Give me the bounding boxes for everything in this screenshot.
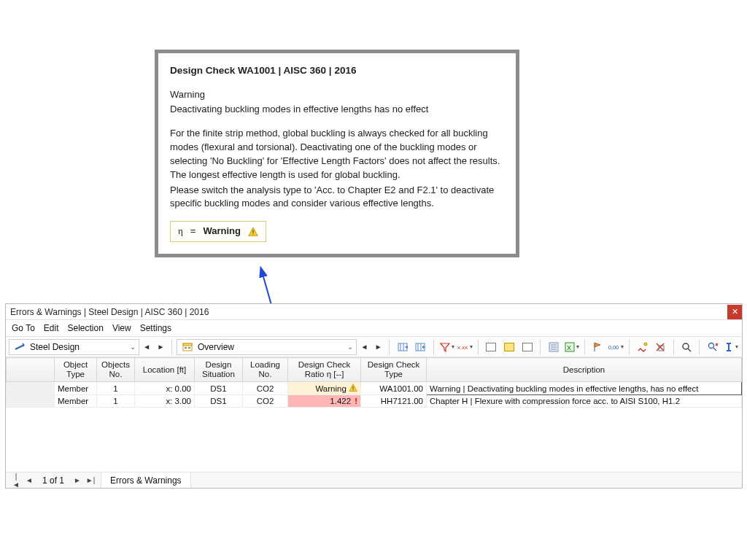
menu-view[interactable]: View (112, 323, 131, 333)
table-row[interactable]: Member1x: 3.00DS1CO21.422 !HH7121.00Chap… (7, 395, 742, 408)
svg-point-17 (683, 343, 689, 349)
nav-prev-2[interactable]: ◄ (358, 339, 371, 355)
svg-point-15 (644, 343, 647, 346)
cell-object-type[interactable]: Member (55, 382, 97, 395)
cell-objects-no[interactable]: 1 (97, 395, 135, 408)
category-dropdown-label: Steel Design (30, 342, 80, 352)
table-header: ObjectType ObjectsNo. Location [ft] Desi… (7, 358, 742, 382)
separator (629, 340, 630, 354)
row-header[interactable] (7, 395, 55, 408)
footer-tab[interactable]: Errors & Warnings (101, 472, 191, 488)
find-replace-icon[interactable] (704, 339, 721, 355)
filter-in-icon[interactable] (394, 339, 411, 355)
nav-next-2[interactable]: ► (372, 339, 384, 355)
cell-check-type[interactable]: HH7121.00 (361, 395, 427, 408)
category-dropdown[interactable]: Steel Design ⌄ (9, 339, 139, 355)
footer-tab-label: Errors & Warnings (110, 475, 182, 486)
svg-point-18 (708, 343, 713, 348)
view-dropdown-label: Overview (198, 342, 234, 352)
separator (584, 340, 585, 354)
nav-last-button[interactable]: ►| (85, 475, 96, 486)
cell-loading-no[interactable]: CO2 (243, 382, 288, 395)
separator (540, 340, 541, 354)
nav-next-button[interactable]: ► (71, 475, 83, 486)
cell-design-situation[interactable]: DS1 (195, 382, 243, 395)
results-grid: ObjectType ObjectsNo. Location [ft] Desi… (6, 357, 742, 472)
svg-rect-1 (252, 230, 253, 233)
svg-rect-5 (183, 343, 192, 346)
col-objects-no[interactable]: ObjectsNo. (97, 358, 135, 382)
decimals-icon[interactable]: 0,00 ▾ (608, 339, 624, 355)
menu-selection[interactable]: Selection (68, 323, 104, 333)
close-button[interactable]: ✕ (727, 305, 742, 319)
separator (673, 340, 674, 354)
decimal-icon[interactable]: x.xx ▾ (457, 339, 473, 355)
filter-out-icon[interactable] (412, 339, 429, 355)
panel-footer: |◄ ◄ 1 of 1 ► ►| Errors & Warnings (6, 472, 742, 488)
chevron-down-icon: ▾ (470, 343, 473, 350)
row-header[interactable] (7, 382, 55, 395)
separator (478, 340, 479, 354)
tooltip-warning-label: Warning (203, 225, 241, 238)
filter-funnel-icon[interactable]: ▾ (438, 339, 455, 355)
cell-description[interactable]: Chapter H | Flexure with compression for… (427, 395, 742, 408)
col-check-type[interactable]: Design CheckType (361, 358, 427, 382)
search-icon[interactable] (678, 339, 694, 355)
cell-design-situation[interactable]: DS1 (195, 395, 243, 408)
error-icon: ! (355, 397, 357, 405)
beam-icon (14, 341, 26, 353)
tooltip-body2: Please switch the analysis type to 'Acc.… (170, 184, 504, 211)
chevron-down-icon: ▾ (621, 343, 624, 350)
svg-rect-23 (352, 386, 353, 389)
cell-objects-no[interactable]: 1 (97, 382, 135, 395)
cell-ratio[interactable]: Warning (288, 382, 361, 395)
col-design-situation[interactable]: DesignSituation (195, 358, 243, 382)
menu-settings[interactable]: Settings (140, 323, 171, 333)
cell-check-type[interactable]: WA1001.00 (361, 382, 427, 395)
list-icon[interactable] (545, 339, 562, 355)
svg-rect-2 (252, 233, 253, 234)
section-icon[interactable]: ▾ (722, 339, 739, 355)
cell-location[interactable]: x: 0.00 (135, 382, 195, 395)
nav-prev-1[interactable]: ◄ (141, 339, 153, 355)
excel-export-icon[interactable]: X ▾ (563, 339, 580, 355)
tooltip-line2: Deactivating buckling modes in effective… (170, 103, 504, 117)
menu-goto[interactable]: Go To (12, 323, 35, 333)
chevron-down-icon: ⌄ (130, 343, 136, 351)
view-dropdown[interactable]: Overview ⌄ (177, 339, 357, 355)
chevron-down-icon: ⌄ (347, 343, 353, 351)
col-object-type[interactable]: ObjectType (55, 358, 97, 382)
cell-ratio[interactable]: 1.422 ! (288, 395, 361, 408)
svg-text:0,00: 0,00 (608, 344, 619, 351)
separator (433, 340, 434, 354)
window-1-icon[interactable] (483, 339, 500, 355)
cell-description[interactable]: Warning | Deactivating buckling modes in… (427, 382, 742, 395)
errors-warnings-panel: Errors & Warnings | Steel Design | AISC … (5, 303, 743, 489)
nav-next-1[interactable]: ► (155, 339, 167, 355)
page-nav: |◄ ◄ 1 of 1 ► ►| (6, 472, 101, 488)
cell-object-type[interactable]: Member (55, 395, 97, 408)
separator (171, 340, 172, 354)
window-3-icon[interactable] (519, 339, 535, 355)
chevron-down-icon: ▾ (452, 343, 454, 350)
col-loading-no[interactable]: LoadingNo. (243, 358, 288, 382)
eta-symbol: η (178, 225, 183, 238)
svg-text:x.xx: x.xx (457, 344, 468, 351)
table-row[interactable]: Member1x: 0.00DS1CO2Warning WA1001.00War… (7, 382, 742, 395)
chevron-down-icon: ▾ (735, 343, 738, 350)
window-2-icon[interactable] (501, 339, 518, 355)
col-ratio[interactable]: Design CheckRatio η [--] (288, 358, 361, 382)
clear-icon[interactable] (652, 339, 669, 355)
col-location[interactable]: Location [ft] (135, 358, 195, 382)
cell-location[interactable]: x: 3.00 (135, 395, 195, 408)
nav-prev-button[interactable]: ◄ (23, 475, 35, 486)
nav-first-button[interactable]: |◄ (10, 475, 22, 486)
col-description[interactable]: Description (427, 358, 742, 382)
menu-edit[interactable]: Edit (44, 323, 59, 333)
cell-loading-no[interactable]: CO2 (243, 395, 288, 408)
results-table[interactable]: ObjectType ObjectsNo. Location [ft] Desi… (6, 357, 742, 408)
tooltip-line1: Warning (170, 88, 504, 102)
flag-icon[interactable] (589, 339, 606, 355)
highlight-icon[interactable] (634, 339, 651, 355)
warning-icon (248, 227, 258, 237)
